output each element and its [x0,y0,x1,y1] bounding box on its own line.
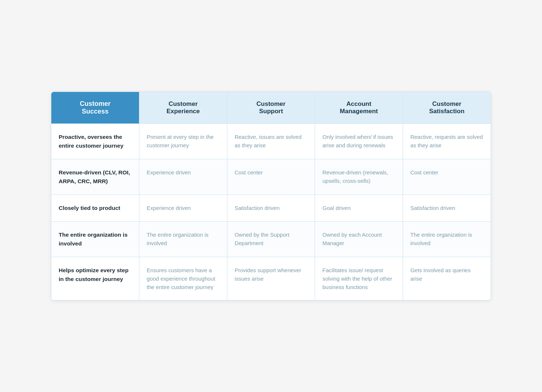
header-customer-success: CustomerSuccess [51,92,139,124]
cell-success-row2: Closely tied to product [51,195,139,221]
header-customer-support: CustomerSupport [227,92,315,124]
cell-account-row2: Goal driven [315,195,403,221]
table-row: Proactive, oversees the entire customer … [51,123,491,159]
cell-support-row0: Reactive, issues are solved as they aris… [227,123,315,159]
cell-support-row3: Owned by the Support Department [227,221,315,257]
cell-success-row4: Helps optimize every step in the custome… [51,257,139,300]
cell-account-row3: Owned by each Account Manager [315,221,403,257]
cell-account-row4: Facilitates issue/ request solving with … [315,257,403,300]
cell-experience-row1: Experience driven [139,159,227,195]
cell-support-row4: Provides support whenever issues arise [227,257,315,300]
cell-satisfaction-row4: Gets involved as queries arise [403,257,491,300]
comparison-table: CustomerSuccess CustomerExperience Custo… [51,92,491,301]
header-account-management: AccountManagement [315,92,403,124]
cell-success-row1: Revenue-driven (CLV, ROI, ARPA, CRC, MRR… [51,159,139,195]
cell-satisfaction-row2: Satisfaction driven [403,195,491,221]
cell-satisfaction-row3: The entire organization is involved [403,221,491,257]
cell-satisfaction-row0: Reactive, requests are solved as they ar… [403,123,491,159]
table-row: Revenue-driven (CLV, ROI, ARPA, CRC, MRR… [51,159,491,195]
header-customer-experience: CustomerExperience [139,92,227,124]
cell-success-row3: The entire organization is involved [51,221,139,257]
table-row: Closely tied to productExperience driven… [51,195,491,221]
cell-experience-row2: Experience driven [139,195,227,221]
cell-success-row0: Proactive, oversees the entire customer … [51,123,139,159]
cell-experience-row4: Ensures customers have a good experience… [139,257,227,300]
table-row: Helps optimize every step in the custome… [51,257,491,300]
cell-support-row1: Cost center [227,159,315,195]
cell-account-row0: Only involved when/ if issues arise and … [315,123,403,159]
cell-support-row2: Satisfaction driven [227,195,315,221]
cell-experience-row3: The entire organization is involved [139,221,227,257]
table-row: The entire organization is involvedThe e… [51,221,491,257]
cell-satisfaction-row1: Cost center [403,159,491,195]
cell-experience-row0: Present at every step in the customer jo… [139,123,227,159]
header-customer-satisfaction: CustomerSatisfaction [403,92,491,124]
cell-account-row1: Revenue-driven (renewals, upsells, cross… [315,159,403,195]
